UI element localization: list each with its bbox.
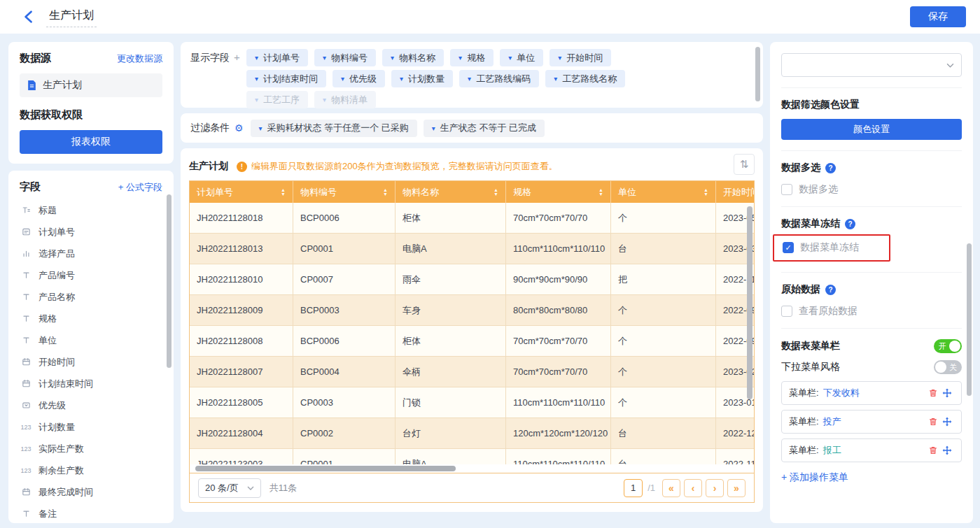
current-page-input[interactable]: 1 <box>624 479 643 497</box>
display-field-chip[interactable]: ▾计划单号 <box>246 49 308 66</box>
column-header[interactable]: 开始时间 <box>716 181 754 203</box>
multi-select-checkbox-row[interactable]: 数据多选 <box>781 183 962 196</box>
fields-scrollbar[interactable] <box>167 194 172 368</box>
display-field-chip[interactable]: ▾单位 <box>500 49 543 66</box>
menu-bar-item[interactable]: 菜单栏:报工 <box>781 438 962 462</box>
display-field-chip[interactable]: ▾工艺路线名称 <box>545 70 625 87</box>
change-datasource-link[interactable]: 更改数据源 <box>117 52 162 65</box>
column-header[interactable]: 计划单号▲▼ <box>190 181 293 203</box>
delete-menu-button[interactable] <box>926 417 940 427</box>
field-item[interactable]: 选择产品 <box>20 243 162 264</box>
dropdown-style-toggle-off[interactable]: 关 <box>934 360 962 374</box>
column-header[interactable]: 规格▲▼ <box>506 181 611 203</box>
field-item[interactable]: 标题 <box>20 199 162 221</box>
field-item-label: 标题 <box>38 204 57 217</box>
table-row[interactable]: JH20221128010CP0007雨伞90cm*90cm*90/90把202… <box>190 264 754 295</box>
add-formula-field-link[interactable]: + 公式字段 <box>118 181 162 194</box>
field-item[interactable]: 计划单号 <box>20 221 162 243</box>
display-field-chip[interactable]: ▾优先级 <box>332 70 385 87</box>
sort-arrows-icon[interactable]: ▲▼ <box>281 188 286 197</box>
next-page-button[interactable]: › <box>706 479 724 497</box>
table-row[interactable]: JH20221123003CP0001电脑A110cm*110cm*110/11… <box>190 449 754 464</box>
sort-arrows-icon[interactable]: ▲▼ <box>383 188 388 197</box>
help-icon[interactable]: ? <box>845 219 855 229</box>
table-row[interactable]: JH20221128007BCP0004伞柄70cm*70cm*70/70个20… <box>190 357 754 387</box>
gear-icon[interactable]: ⚙ <box>234 122 244 134</box>
display-panel-scrollbar[interactable] <box>755 47 760 101</box>
field-item-label: 计划数量 <box>38 421 75 434</box>
field-item[interactable]: 单位 <box>20 329 162 351</box>
move-menu-button[interactable] <box>940 388 954 398</box>
sort-arrows-icon[interactable]: ▲▼ <box>598 188 603 197</box>
column-header[interactable]: 物料名称▲▼ <box>396 181 506 203</box>
display-field-chip[interactable]: ▾规格 <box>450 49 493 66</box>
field-item[interactable]: 备注 <box>20 503 162 523</box>
sort-arrows-icon[interactable]: ▲▼ <box>704 188 708 197</box>
add-action-menu-link[interactable]: + 添加操作菜单 <box>781 471 962 484</box>
checkbox-checked[interactable]: ✓ <box>783 242 794 253</box>
table-horizontal-scrollbar[interactable] <box>195 466 456 471</box>
table-row[interactable]: JH20221128013CP0001电脑A110cm*110cm*110/11… <box>190 234 754 264</box>
raw-data-checkbox-row[interactable]: 查看原始数据 <box>781 305 962 317</box>
first-page-button[interactable]: « <box>662 479 680 497</box>
table-row[interactable]: JH20221128008BCP0006柜体70cm*70cm*70/70个20… <box>190 326 754 357</box>
column-header[interactable]: 物料编号▲▼ <box>293 181 396 203</box>
help-icon[interactable]: ? <box>825 285 836 295</box>
sort-arrows-icon[interactable]: ▲▼ <box>493 188 498 197</box>
prev-page-button[interactable]: ‹ <box>684 479 702 497</box>
page-size-select[interactable]: 20 条/页 <box>198 478 261 498</box>
field-item[interactable]: 123剩余生产数 <box>20 459 162 481</box>
field-item[interactable]: 产品编号 <box>20 264 162 286</box>
column-header[interactable]: 单位▲▼ <box>611 181 716 203</box>
text-icon <box>20 509 32 518</box>
filter-label: 过滤条件 <box>190 122 230 134</box>
column-header-label: 物料名称 <box>402 186 439 199</box>
display-field-chip[interactable]: ▾计划结束时间 <box>246 70 326 87</box>
component-style-select[interactable] <box>781 53 962 77</box>
filter-condition-chip[interactable]: ▾生产状态 不等于 已完成 <box>424 120 545 137</box>
delete-menu-button[interactable] <box>926 445 940 455</box>
move-menu-button[interactable] <box>940 417 954 427</box>
settings-panel: 数据筛选颜色设置 颜色设置 数据多选 ? 数据多选 数据菜单冻结 ? ✓ 数据菜… <box>770 42 973 523</box>
help-icon[interactable]: ? <box>825 163 836 173</box>
report-permission-button[interactable]: 报表权限 <box>20 130 162 154</box>
table-row[interactable]: JH20221128004CP0002台灯120cm*120cm*120/120… <box>190 418 754 449</box>
field-item[interactable]: 最终完成时间 <box>20 481 162 503</box>
table-menu-toggle-on[interactable]: 开 <box>934 339 962 353</box>
field-item[interactable]: 开始时间 <box>20 351 162 373</box>
delete-menu-button[interactable] <box>926 388 940 398</box>
field-item[interactable]: 123计划数量 <box>20 416 162 438</box>
table-row[interactable]: JH20221128009BCP0003车身80cm*80cm*80/80个20… <box>190 295 754 326</box>
menu-bar-item[interactable]: 菜单栏:下发收料 <box>781 381 962 405</box>
move-menu-button[interactable] <box>940 445 954 455</box>
filter-condition-chip[interactable]: ▾采购耗材状态 等于任意一个 已采购 <box>251 120 417 137</box>
display-field-chip[interactable]: ▾物料清单 <box>314 91 376 108</box>
field-item[interactable]: 123实际生产数 <box>20 438 162 459</box>
highlight-box: ✓ 数据菜单冻结 <box>773 234 890 262</box>
display-field-chip[interactable]: ▾计划数量 <box>391 70 453 87</box>
color-settings-button[interactable]: 颜色设置 <box>781 119 962 140</box>
field-item[interactable]: 规格 <box>20 308 162 329</box>
field-item[interactable]: 产品名称 <box>20 286 162 308</box>
last-page-button[interactable]: » <box>727 479 746 497</box>
sort-order-button[interactable]: ⇅ <box>734 154 755 175</box>
display-field-chip[interactable]: ▾工艺路线编码 <box>459 70 539 87</box>
menu-freeze-checkbox-row[interactable]: ✓ 数据菜单冻结 <box>783 241 885 254</box>
field-item[interactable]: 优先级 <box>20 394 162 416</box>
display-field-chip[interactable]: ▾开始时间 <box>550 49 611 66</box>
checkbox-unchecked[interactable] <box>781 306 792 317</box>
save-button[interactable]: 保存 <box>910 6 966 27</box>
display-field-chip[interactable]: ▾物料编号 <box>314 49 376 66</box>
table-row[interactable]: JH20221128018BCP0006柜体70cm*70cm*70/70个20… <box>190 203 754 234</box>
field-item[interactable]: 计划结束时间 <box>20 373 162 394</box>
checkbox-unchecked[interactable] <box>781 184 792 195</box>
table-row[interactable]: JH20221128005CP0003门锁110cm*110cm*110/110… <box>190 387 754 418</box>
settings-scrollbar[interactable] <box>967 243 972 396</box>
back-button[interactable] <box>20 8 36 25</box>
menu-bar-item[interactable]: 菜单栏:投产 <box>781 410 962 434</box>
datasource-item[interactable]: 生产计划 <box>20 73 162 97</box>
add-display-field-button[interactable]: + <box>234 49 245 63</box>
display-field-chip[interactable]: ▾工艺工序 <box>246 91 308 108</box>
table-vertical-scrollbar[interactable] <box>747 206 752 399</box>
display-field-chip[interactable]: ▾物料名称 <box>382 49 444 66</box>
